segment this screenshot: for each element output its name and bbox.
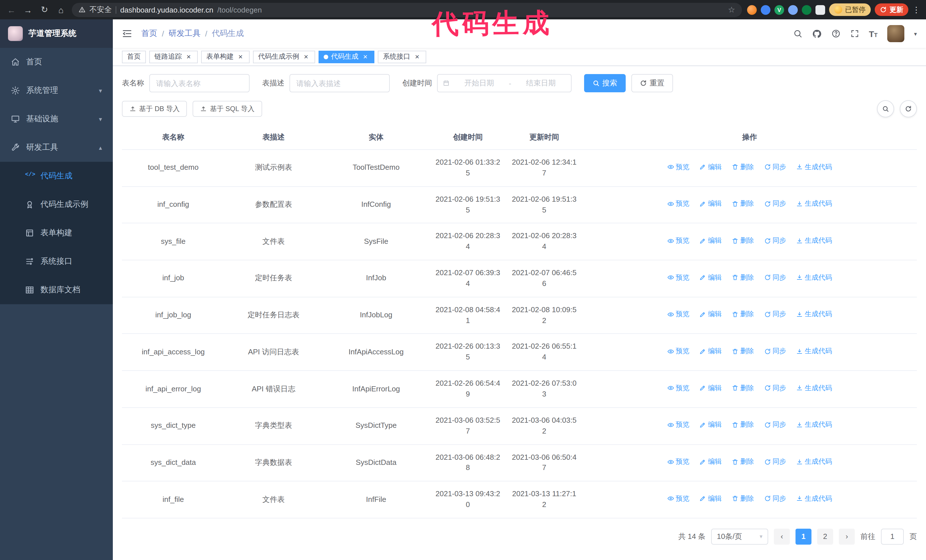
- edit-link[interactable]: 编辑: [699, 494, 722, 504]
- preview-link[interactable]: 预览: [667, 309, 690, 320]
- refresh-table-button[interactable]: [900, 100, 917, 117]
- sidebar-item-codegen[interactable]: </> 代码生成: [0, 162, 113, 190]
- sidebar-item-dev-tools[interactable]: 研发工具 ▴: [0, 133, 113, 162]
- edit-link[interactable]: 编辑: [699, 457, 722, 467]
- font-size-icon[interactable]: TT: [869, 29, 878, 38]
- delete-link[interactable]: 删除: [732, 273, 754, 282]
- extension-icon[interactable]: [802, 5, 811, 15]
- delete-link[interactable]: 删除: [732, 162, 754, 172]
- edit-link[interactable]: 编辑: [699, 309, 722, 320]
- table-name-input[interactable]: [149, 74, 250, 92]
- tab-close-icon[interactable]: ×: [302, 53, 310, 61]
- date-range-picker[interactable]: 开始日期 - 结束日期: [437, 74, 572, 92]
- reset-button[interactable]: 重置: [631, 74, 673, 92]
- goto-page-input[interactable]: [881, 529, 904, 545]
- tab[interactable]: 表单构建 ×: [201, 50, 250, 63]
- preview-link[interactable]: 预览: [667, 383, 690, 393]
- sync-link[interactable]: 同步: [764, 494, 786, 504]
- generate-code-link[interactable]: 生成代码: [796, 273, 832, 282]
- reload-icon[interactable]: ↻: [39, 5, 50, 15]
- fullscreen-icon[interactable]: [850, 29, 859, 38]
- next-page-button[interactable]: ›: [839, 529, 855, 545]
- home-icon[interactable]: ⌂: [55, 5, 67, 15]
- preview-link[interactable]: 预览: [667, 457, 690, 467]
- tab-close-icon[interactable]: ×: [236, 53, 244, 61]
- sidebar-item-codegen-example[interactable]: 代码生成示例: [0, 190, 113, 219]
- puzzle-extensions-icon[interactable]: [816, 5, 825, 15]
- edit-link[interactable]: 编辑: [699, 420, 722, 430]
- github-icon[interactable]: [812, 29, 822, 38]
- page-number-button[interactable]: 2: [817, 529, 833, 545]
- user-avatar[interactable]: [887, 25, 904, 42]
- delete-link[interactable]: 删除: [732, 420, 754, 430]
- delete-link[interactable]: 删除: [732, 457, 754, 467]
- tab[interactable]: 代码生成示例 ×: [253, 50, 315, 63]
- import-sql-button[interactable]: 基于 SQL 导入: [193, 101, 262, 117]
- sidebar-item-system-api[interactable]: 系统接口: [0, 247, 113, 276]
- delete-link[interactable]: 删除: [732, 236, 754, 246]
- extension-icon[interactable]: V: [775, 5, 784, 15]
- sync-link[interactable]: 同步: [764, 383, 786, 393]
- search-icon[interactable]: [793, 29, 802, 38]
- page-size-select[interactable]: 10条/页 ▾: [711, 529, 768, 545]
- generate-code-link[interactable]: 生成代码: [796, 420, 832, 430]
- edit-link[interactable]: 编辑: [699, 162, 722, 172]
- hamburger-icon[interactable]: [122, 29, 132, 39]
- sync-link[interactable]: 同步: [764, 162, 786, 172]
- sync-link[interactable]: 同步: [764, 457, 786, 467]
- generate-code-link[interactable]: 生成代码: [796, 383, 832, 393]
- generate-code-link[interactable]: 生成代码: [796, 199, 832, 209]
- bookmark-star-icon[interactable]: ☆: [728, 5, 735, 14]
- forward-icon[interactable]: →: [22, 5, 33, 15]
- generate-code-link[interactable]: 生成代码: [796, 309, 832, 320]
- sync-link[interactable]: 同步: [764, 420, 786, 430]
- edit-link[interactable]: 编辑: [699, 199, 722, 209]
- breadcrumb-item[interactable]: 研发工具: [169, 29, 201, 39]
- extension-icon[interactable]: [761, 5, 770, 15]
- table-desc-input[interactable]: [289, 74, 390, 92]
- back-icon[interactable]: ←: [6, 5, 17, 15]
- preview-link[interactable]: 预览: [667, 494, 690, 504]
- sync-link[interactable]: 同步: [764, 273, 786, 282]
- edit-link[interactable]: 编辑: [699, 236, 722, 246]
- page-number-button[interactable]: 1: [796, 529, 811, 545]
- tab[interactable]: 系统接口 ×: [378, 50, 426, 63]
- tab[interactable]: 链路追踪 ×: [149, 50, 198, 63]
- tab-close-icon[interactable]: ×: [361, 53, 369, 61]
- sync-link[interactable]: 同步: [764, 346, 786, 356]
- sidebar-item-system-management[interactable]: 系统管理 ▾: [0, 76, 113, 105]
- profile-paused-badge[interactable]: 已暂停: [829, 3, 871, 16]
- sync-link[interactable]: 同步: [764, 236, 786, 246]
- preview-link[interactable]: 预览: [667, 273, 690, 282]
- preview-link[interactable]: 预览: [667, 236, 690, 246]
- tab[interactable]: 首页: [122, 50, 146, 63]
- search-button[interactable]: 搜索: [584, 74, 626, 92]
- sync-link[interactable]: 同步: [764, 199, 786, 209]
- tab-close-icon[interactable]: ×: [185, 53, 193, 61]
- extension-icon[interactable]: [788, 5, 798, 15]
- sidebar-item-form-builder[interactable]: 表单构建: [0, 219, 113, 247]
- delete-link[interactable]: 删除: [732, 199, 754, 209]
- preview-link[interactable]: 预览: [667, 162, 690, 172]
- toggle-search-button[interactable]: [877, 100, 894, 117]
- preview-link[interactable]: 预览: [667, 346, 690, 356]
- edit-link[interactable]: 编辑: [699, 346, 722, 356]
- generate-code-link[interactable]: 生成代码: [796, 494, 832, 504]
- browser-update-button[interactable]: 更新: [875, 3, 908, 16]
- logo[interactable]: 芋道管理系统: [0, 20, 113, 48]
- preview-link[interactable]: 预览: [667, 199, 690, 209]
- delete-link[interactable]: 删除: [732, 494, 754, 504]
- address-bar[interactable]: 不安全 dashboard.yudao.iocoder.cn /tool/cod…: [72, 3, 742, 17]
- sidebar-item-infrastructure[interactable]: 基础设施 ▾: [0, 105, 113, 133]
- preview-link[interactable]: 预览: [667, 420, 690, 430]
- generate-code-link[interactable]: 生成代码: [796, 346, 832, 356]
- generate-code-link[interactable]: 生成代码: [796, 236, 832, 246]
- import-db-button[interactable]: 基于 DB 导入: [122, 101, 187, 117]
- delete-link[interactable]: 删除: [732, 346, 754, 356]
- delete-link[interactable]: 删除: [732, 309, 754, 320]
- sync-link[interactable]: 同步: [764, 309, 786, 320]
- edit-link[interactable]: 编辑: [699, 383, 722, 393]
- extension-icon[interactable]: [747, 5, 757, 15]
- prev-page-button[interactable]: ‹: [774, 529, 790, 545]
- breadcrumb-item[interactable]: 首页: [141, 29, 157, 39]
